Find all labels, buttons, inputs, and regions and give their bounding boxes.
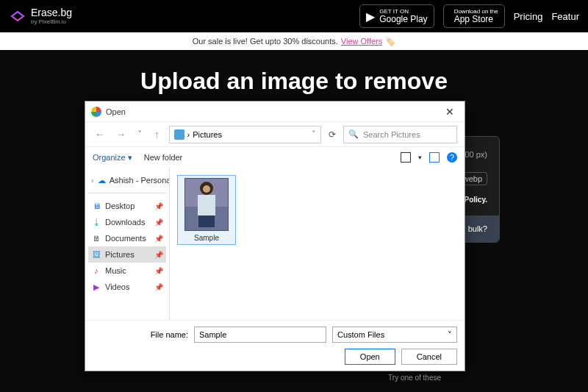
filename-input[interactable]: [194, 327, 326, 343]
cancel-button[interactable]: Cancel: [401, 349, 457, 365]
search-input[interactable]: 🔍 Search Pictures: [343, 126, 457, 143]
google-play-button[interactable]: ▶ GET IT ONGoogle Play: [359, 4, 434, 28]
chevron-down-icon[interactable]: ˅: [312, 129, 316, 139]
open-button[interactable]: Open: [345, 349, 395, 365]
pin-icon: 📌: [154, 283, 163, 291]
organize-button[interactable]: Organize ▾: [93, 153, 132, 163]
dialog-title: Open: [106, 107, 126, 116]
desktop-icon: 🖥: [91, 201, 101, 211]
file-list[interactable]: Sample: [170, 168, 465, 320]
onedrive-icon: ☁: [98, 175, 106, 185]
try-samples-label: Try one of these: [388, 374, 441, 382]
pin-icon: 📌: [154, 251, 163, 259]
pin-icon: 📌: [154, 235, 163, 243]
pin-icon: 📌: [154, 202, 163, 210]
nav-toolbar: ← → ˅ ↑ › Pictures ˅ ⟳ 🔍 Search Pictures: [85, 122, 465, 147]
address-bar[interactable]: › Pictures ˅: [169, 126, 322, 143]
new-folder-button[interactable]: New folder: [144, 153, 183, 162]
close-button[interactable]: ✕: [441, 106, 459, 118]
brand-logo[interactable]: Erase.bg by PixelBin.io: [9, 7, 72, 25]
documents-icon: 🗎: [91, 233, 101, 243]
tree-pictures[interactable]: 🖼Pictures📌: [88, 246, 166, 263]
preview-pane-button[interactable]: [429, 152, 440, 163]
filetype-select[interactable]: Custom Files˅: [332, 327, 457, 343]
chrome-icon: [91, 107, 101, 117]
nav-pricing[interactable]: Pricing: [514, 11, 543, 22]
tree-documents[interactable]: 🗎Documents📌: [88, 230, 166, 246]
nav-features[interactable]: Featur: [551, 11, 579, 22]
help-icon[interactable]: ?: [447, 152, 457, 163]
file-open-dialog: Open ✕ ← → ˅ ↑ › Pictures ˅ ⟳ 🔍 Search P…: [85, 101, 465, 371]
promo-text: Our sale is live! Get upto 30% discounts…: [193, 37, 338, 46]
dialog-title-bar: Open ✕: [85, 101, 465, 122]
breadcrumb[interactable]: Pictures: [193, 130, 222, 139]
hero-section: Upload an image to remove: [0, 50, 588, 95]
tree-desktop[interactable]: 🖥Desktop📌: [88, 198, 166, 214]
thumbnail-label: Sample: [194, 234, 219, 242]
pin-icon: 📌: [154, 218, 163, 227]
tag-icon: 🏷️: [385, 37, 395, 46]
folder-tree: › ☁ Ashish - Persona 🖥Desktop📌 ⭳Download…: [85, 168, 170, 320]
dialog-footer: File name: Custom Files˅ Open Cancel: [85, 320, 465, 371]
tree-onedrive[interactable]: › ☁ Ashish - Persona: [88, 172, 166, 188]
up-button[interactable]: ↑: [152, 129, 162, 140]
tree-videos[interactable]: ▶Videos📌: [88, 279, 166, 295]
file-thumb-sample[interactable]: Sample: [177, 175, 236, 245]
logo-icon: [9, 7, 26, 25]
chevron-right-icon: ›: [91, 176, 94, 185]
page-title: Upload an image to remove: [0, 68, 588, 95]
promo-link[interactable]: View Offers: [341, 37, 382, 46]
refresh-button[interactable]: ⟳: [329, 129, 336, 140]
brand-tagline: by PixelBin.io: [31, 19, 72, 25]
music-icon: ♪: [91, 266, 101, 276]
pictures-folder-icon: 🖼: [91, 249, 101, 260]
filename-label: File name:: [93, 330, 188, 339]
tree-downloads[interactable]: ⭳Downloads📌: [88, 214, 166, 230]
breadcrumb-sep: ›: [187, 130, 190, 139]
chevron-down-icon: ˅: [448, 330, 452, 340]
view-mode-button[interactable]: [401, 152, 411, 163]
thumbnail-image: [184, 178, 229, 231]
brand-name: Erase.bg: [31, 7, 72, 18]
back-button[interactable]: ←: [93, 129, 107, 140]
promo-bar: Our sale is live! Get upto 30% discounts…: [0, 32, 588, 50]
google-play-icon: ▶: [366, 10, 375, 24]
app-header: Erase.bg by PixelBin.io ▶ GET IT ONGoogl…: [0, 0, 588, 32]
pin-icon: 📌: [154, 267, 163, 275]
search-icon: 🔍: [348, 129, 359, 139]
videos-icon: ▶: [91, 282, 101, 292]
view-dropdown[interactable]: ▾: [418, 154, 422, 161]
organize-toolbar: Organize ▾ New folder ▾ ?: [85, 147, 465, 168]
app-store-button[interactable]: Download on theApp Store: [443, 4, 505, 28]
downloads-icon: ⭳: [91, 217, 101, 227]
tree-music[interactable]: ♪Music📌: [88, 263, 166, 279]
forward-button[interactable]: →: [114, 129, 128, 140]
recent-dropdown[interactable]: ˅: [135, 129, 145, 140]
search-placeholder: Search Pictures: [363, 130, 420, 139]
pictures-icon: [174, 129, 184, 140]
